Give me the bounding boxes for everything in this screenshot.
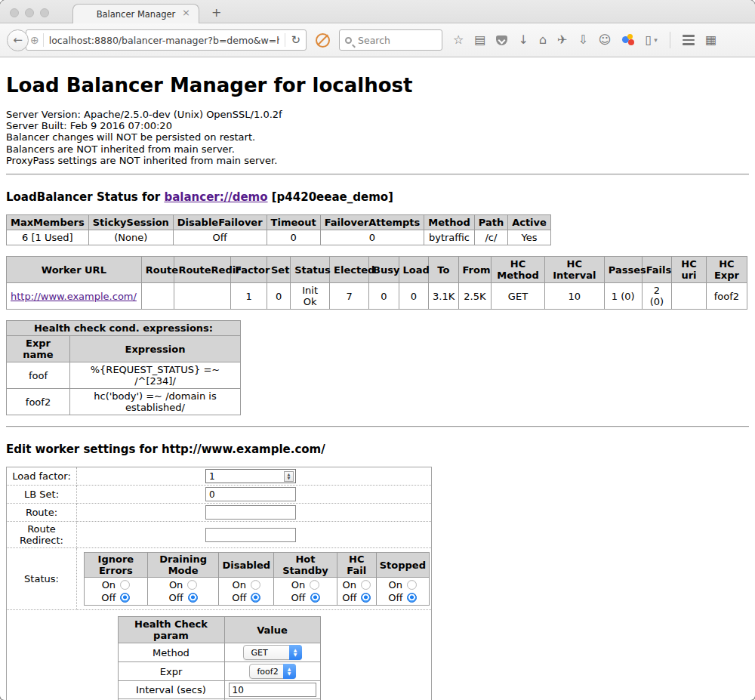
header-cell: Route	[141, 257, 174, 283]
header-cell: Draining Mode	[147, 553, 219, 578]
worker-url-link[interactable]: http://www.example.com/	[11, 291, 137, 302]
status-cell: Ignore Errors Draining Mode Disabled Hot…	[77, 548, 432, 610]
heading-text: LoadBalancer Status for	[6, 190, 164, 204]
device-menu[interactable]: ▯ ▾	[646, 34, 658, 46]
interval-value-cell	[224, 681, 320, 699]
disabled-cell: On Off	[219, 578, 274, 606]
header-cell: Disabled	[219, 553, 274, 578]
hot-standby-cell: On Off	[274, 578, 337, 606]
reload-button[interactable]: ↻	[289, 35, 302, 46]
worker-row: http://www.example.com/ 1 0 Init Ok 7 0 …	[7, 283, 747, 310]
cell	[672, 283, 707, 310]
window-controls[interactable]	[10, 8, 49, 17]
ignore-errors-on-radio[interactable]	[120, 580, 130, 590]
header-cell: From	[458, 257, 492, 283]
table-tool-icon[interactable]: ▦	[705, 34, 716, 46]
load-factor-label: Load factor:	[7, 467, 77, 486]
route-input[interactable]	[205, 505, 296, 520]
selected-value: GET	[251, 648, 268, 658]
url-input[interactable]	[48, 34, 282, 47]
cell: foof2	[706, 283, 747, 310]
colored-dots-extension-icon[interactable]	[622, 34, 635, 46]
cell: Yes	[508, 230, 551, 245]
disabled-on-radio[interactable]	[251, 580, 260, 590]
balancer-demo-link[interactable]: balancer://demo	[164, 190, 267, 204]
stopped-on-radio[interactable]	[407, 580, 417, 590]
off-label: Off	[342, 591, 356, 604]
form-field-cell	[77, 522, 432, 548]
divider	[285, 33, 285, 47]
back-button[interactable]: ←	[7, 29, 29, 51]
site-identity-icon[interactable]: ⊕	[30, 35, 39, 45]
header-cell: DisableFailover	[173, 215, 267, 230]
header-cell: MaxMembers	[7, 215, 89, 230]
expr-label: Expr	[118, 662, 224, 681]
cell: 0	[267, 230, 320, 245]
route-redirect-label: Route Redirect:	[7, 522, 77, 548]
pocket-icon[interactable]	[496, 35, 507, 45]
page-title: Load Balancer Manager for localhost	[6, 74, 749, 97]
close-window-button[interactable]	[10, 8, 19, 17]
hot-standby-on-radio[interactable]	[310, 580, 319, 590]
tab-balancer-manager[interactable]: Balancer Manager ×	[72, 4, 199, 23]
header-cell: Load	[399, 257, 428, 283]
back-icon: ←	[13, 33, 23, 47]
balancer-status-heading: LoadBalancer Status for balancer://demo …	[6, 190, 749, 204]
hc-method-select[interactable]: GET ▲▼	[243, 645, 302, 660]
content-blocked-icon[interactable]	[316, 33, 330, 48]
lb-set-input[interactable]	[205, 487, 296, 501]
search-bar[interactable]	[339, 29, 442, 51]
off-label: Off	[232, 591, 246, 604]
browser-window: Balancer Manager × + ← ⊕ ↻ ☆ ▤ ↓ ⌂ ✈ ⇩	[0, 0, 755, 700]
tab-title: Balancer Manager	[97, 9, 176, 20]
draining-mode-off-radio[interactable]	[188, 593, 198, 603]
draining-mode-on-radio[interactable]	[187, 580, 197, 590]
spinner-down-icon[interactable]: ▼	[288, 476, 291, 480]
tab-close-icon[interactable]: ×	[182, 8, 190, 17]
number-spinner[interactable]: ▲▼	[284, 471, 294, 482]
route-label: Route:	[7, 504, 77, 522]
hc-expr-select[interactable]: foof2 ▲▼	[249, 664, 296, 679]
stopped-off-radio[interactable]	[407, 593, 417, 603]
hot-standby-off-radio[interactable]	[310, 593, 320, 603]
cell: 0	[320, 230, 424, 245]
expr-value-cell: foof2 ▲▼	[224, 662, 320, 681]
disabled-off-radio[interactable]	[251, 593, 260, 603]
load-factor-input[interactable]	[205, 469, 296, 483]
draining-mode-cell: On Off	[147, 578, 219, 606]
cell: 1	[231, 283, 267, 310]
hc-fail-cell: On Off	[337, 578, 376, 606]
zoom-window-button[interactable]	[40, 8, 49, 17]
minimize-window-button[interactable]	[25, 8, 34, 17]
divider	[6, 426, 749, 427]
menu-icon[interactable]	[683, 35, 695, 45]
url-bar[interactable]: ⊕ ↻	[26, 29, 307, 51]
downloads-icon[interactable]: ↓	[518, 34, 528, 46]
chat-smiley-icon[interactable]: ☺	[599, 34, 612, 46]
header-cell: Expression	[70, 336, 241, 362]
cell	[141, 283, 174, 310]
heading-text: [p4420eeae_demo]	[268, 190, 393, 204]
edit-worker-form: Load factor: ▲▼ LB Set: Route:	[6, 467, 432, 700]
server-version-line: Server Version: Apache/2.5.0-dev (Unix) …	[6, 109, 749, 120]
off-label: Off	[169, 591, 183, 604]
header-cell: Value	[224, 617, 320, 643]
home-icon[interactable]: ⌂	[539, 34, 547, 46]
chevron-down-icon: ▾	[654, 36, 658, 44]
search-input[interactable]	[356, 34, 436, 47]
cell: 10	[544, 283, 604, 310]
send-icon[interactable]: ✈	[557, 34, 567, 46]
ignore-errors-off-radio[interactable]	[120, 593, 130, 603]
download-box-icon[interactable]: ⇩	[578, 34, 587, 46]
header-cell: Method	[424, 215, 474, 230]
new-tab-button[interactable]: +	[211, 7, 221, 19]
clipboard-icon[interactable]: ▤	[474, 34, 485, 46]
interval-input[interactable]	[229, 683, 316, 697]
form-row: Load factor: ▲▼	[7, 467, 432, 486]
hc-fail-on-radio[interactable]	[361, 580, 371, 590]
table-row: 6 [1 Used] (None) Off 0 0 bytraffic /c/ …	[7, 230, 551, 245]
bookmark-star-icon[interactable]: ☆	[453, 34, 464, 46]
route-redirect-input[interactable]	[205, 528, 296, 542]
header-cell: Factor	[231, 257, 267, 283]
hc-fail-off-radio[interactable]	[361, 593, 371, 603]
